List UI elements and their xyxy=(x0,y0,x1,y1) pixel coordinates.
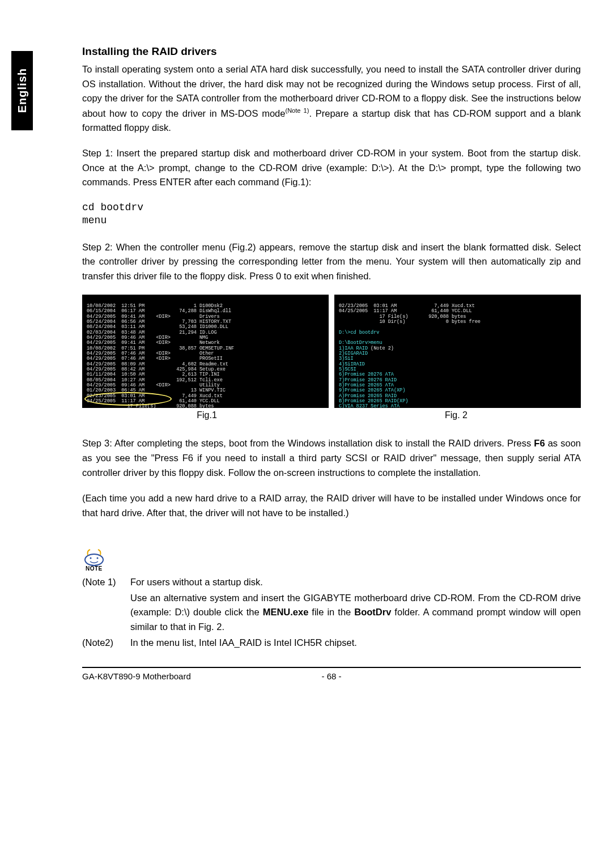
svg-point-2 xyxy=(97,558,99,559)
step1-paragraph: Step 1: Insert the prepared startup disk… xyxy=(82,146,581,190)
note-caption: NOTE xyxy=(86,565,581,572)
language-tab: English xyxy=(11,51,33,130)
command-block: cd bootdrv menu xyxy=(82,201,581,228)
footer-product: GA-K8VT890-9 Motherboard xyxy=(82,671,314,681)
footer-page-number: - 68 - xyxy=(314,671,348,681)
note1-body: Use an alternative system and insert the… xyxy=(130,591,581,635)
step2-paragraph: Step 2: When the controller menu (Fig.2)… xyxy=(82,240,581,284)
svg-point-0 xyxy=(85,554,103,565)
figure-labels: Fig.1 Fig. 2 xyxy=(82,410,581,420)
note-icon xyxy=(82,543,106,567)
page-heading: Installing the RAID drivers xyxy=(82,45,581,58)
terminal-screenshots: 10/08/2002 12:51 PM 1 D100Dsk2 06/15/200… xyxy=(82,295,581,408)
terminal-fig2: 02/23/2005 03:01 AM 7,449 Xucd.txt 04/25… xyxy=(334,295,581,408)
terminal-fig1: 10/08/2002 12:51 PM 1 D100Dsk2 06/15/200… xyxy=(82,295,329,408)
f6-key: F6 xyxy=(534,438,545,448)
note2-body: In the menu list, Intel IAA_RAID is Inte… xyxy=(130,636,581,650)
note2-reference: (Note 2) xyxy=(371,346,394,351)
fig1-label: Fig.1 xyxy=(82,410,332,420)
note1-label: (Note 1) xyxy=(82,575,130,590)
step3-paragraph: Step 3: After completing the steps, boot… xyxy=(82,436,581,480)
fig2-label: Fig. 2 xyxy=(332,410,581,420)
each-time-paragraph: (Each time you add a new hard drive to a… xyxy=(82,491,581,520)
svg-point-1 xyxy=(90,558,92,559)
language-label: English xyxy=(16,68,29,113)
intro-paragraph: To install operating system onto a seria… xyxy=(82,62,581,135)
page-footer: GA-K8VT890-9 Motherboard - 68 - xyxy=(82,667,581,681)
note1-reference: (Note 1) xyxy=(285,107,309,114)
notes-section: (Note 1) For users without a startup dis… xyxy=(82,575,581,650)
note1-line1: For users without a startup disk. xyxy=(130,575,581,590)
note2-label: (Note2) xyxy=(82,636,130,650)
